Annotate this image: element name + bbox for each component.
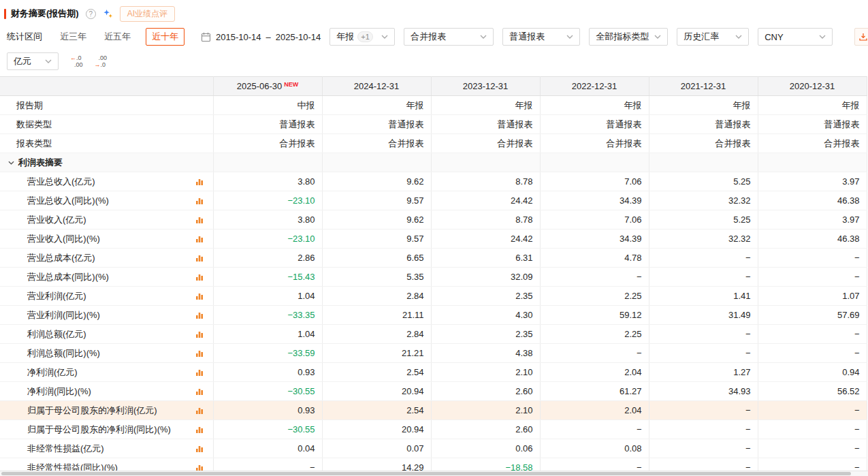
value-cell: 34.39 [540,191,649,210]
bar-chart-icon[interactable] [195,349,204,358]
column-header: 2023-12-31 [431,77,540,96]
help-icon[interactable]: ? [86,9,96,19]
stat-range-label: 统计区间 [7,31,42,43]
bar-chart-icon[interactable] [195,216,204,224]
data-row[interactable]: 营业收入(亿元)3.809.628.787.065.253.97 [0,210,867,229]
bar-chart-icon[interactable] [195,445,204,453]
value-cell: − [649,325,758,344]
horizontal-scrollbar[interactable] [0,471,868,476]
decimal-decrease-button[interactable]: ←.0 .00 [70,54,83,68]
value-cell: 0.08 [540,439,649,458]
bar-chart-icon[interactable] [195,387,204,396]
statement-kind-dropdown[interactable]: 普通报表 [502,28,580,46]
row-label: 营业总收入(同比)(%) [0,191,213,210]
empty-cell [431,153,540,172]
meta-row[interactable]: 报表类型合并报表合并报表合并报表合并报表合并报表合并报表 [0,134,867,153]
value-cell: −23.10 [213,191,322,210]
value-cell: 3.80 [213,210,322,229]
meta-row[interactable]: 报告期中报年报年报年报年报年报 [0,96,867,115]
empty-cell [758,153,867,172]
value-cell: 9.62 [322,210,431,229]
bar-chart-icon[interactable] [195,292,204,300]
value-cell: 合并报表 [540,134,649,153]
decimal-increase-button[interactable]: .00 →.0 [95,54,108,68]
value-cell: −23.10 [213,229,322,249]
value-cell: 9.62 [322,172,431,191]
value-cell: − [758,325,867,344]
bar-chart-icon[interactable] [195,254,204,262]
scrollbar-thumb[interactable] [1,472,851,475]
value-cell: 0.07 [322,439,431,458]
value-cell: 57.69 [758,306,867,325]
value-cell: 6.65 [322,249,431,268]
value-cell: − [649,249,758,268]
bar-chart-icon[interactable] [195,330,204,338]
unit-dropdown[interactable]: 亿元 [7,52,59,70]
value-cell: 2.04 [540,363,649,382]
data-row[interactable]: 营业利润(亿元)1.042.842.352.251.411.07 [0,287,867,306]
value-cell: 32.32 [649,229,758,249]
data-row[interactable]: 营业总收入(同比)(%)−23.109.5724.4234.3932.3246.… [0,191,867,210]
value-cell: 普通报表 [649,115,758,134]
bar-chart-icon[interactable] [195,311,204,319]
value-cell: −30.55 [213,420,322,439]
page-title: 财务摘要(报告期) [11,7,79,20]
row-label: 营业总收入(亿元) [0,172,213,191]
meta-row[interactable]: 数据类型普通报表普通报表普通报表普通报表普通报表普通报表 [0,115,867,134]
data-row[interactable]: 净利润(亿元)0.932.542.102.041.270.94 [0,363,867,382]
value-cell: 0.93 [213,363,322,382]
indicator-type-dropdown[interactable]: 全部指标类型 [589,28,668,46]
toolbar: 统计区间 近三年 近五年 近十年 2015-10-14 – 2025-10-14… [0,27,868,46]
value-cell: 普通报表 [540,115,649,134]
data-row[interactable]: 营业总收入(亿元)3.809.628.787.065.253.97 [0,172,867,191]
bar-chart-icon[interactable] [195,235,204,243]
section-row[interactable]: 利润表摘要 [0,153,867,172]
value-cell: − [758,268,867,287]
collapse-chevron-icon[interactable] [8,157,14,167]
left-arrow-icon: ← [70,54,76,61]
bar-chart-icon[interactable] [195,178,204,186]
financial-summary-app: { "header": { "title": "财务摘要(报告期)", "hel… [0,0,868,476]
bar-chart-icon[interactable] [195,407,204,415]
data-row[interactable]: 归属于母公司股东的净利润(亿元)0.932.542.102.04−− [0,401,867,420]
value-cell: 9.57 [322,229,431,249]
data-row[interactable]: 营业总成本(同比)(%)−15.435.3532.09−−− [0,268,867,287]
value-cell: 合并报表 [431,134,540,153]
dropdown-value: 合并报表 [411,31,446,43]
data-row[interactable]: 营业利润(同比)(%)−33.3521.114.3059.1231.4957.6… [0,306,867,325]
value-cell: 年报 [431,96,540,115]
export-icon[interactable] [854,28,868,46]
date-range-picker[interactable]: 2015-10-14 – 2025-10-14 [201,32,321,42]
ai-review-button[interactable]: AI业绩点评 [120,6,175,22]
range-option-3y[interactable]: 近三年 [60,31,86,43]
value-cell: −33.35 [213,306,322,325]
value-cell: 7.06 [540,172,649,191]
data-row[interactable]: 营业收入(同比)(%)−23.109.5724.4234.3932.3246.3… [0,229,867,249]
value-cell: 4.30 [431,306,540,325]
bar-chart-icon[interactable] [195,197,204,205]
data-row[interactable]: 利润总额(同比)(%)−33.5921.214.38−−− [0,344,867,363]
range-option-5y[interactable]: 近五年 [104,31,131,43]
exchange-rate-dropdown[interactable]: 历史汇率 [677,28,749,46]
data-row[interactable]: 净利润(同比)(%)−30.5520.942.6061.2734.9356.52 [0,382,867,401]
statement-scope-dropdown[interactable]: 合并报表 [404,28,494,46]
data-row[interactable]: 归属于母公司股东的净利润(同比)(%)−30.5520.942.60−−− [0,420,867,439]
bar-chart-icon[interactable] [195,368,204,377]
value-cell: 2.10 [431,363,540,382]
value-cell: 0.94 [758,363,867,382]
data-row[interactable]: 营业总成本(亿元)2.866.656.314.78−− [0,249,867,268]
empty-cell [213,153,322,172]
value-cell: − [649,401,758,420]
bar-chart-icon[interactable] [195,273,204,281]
bar-chart-icon[interactable] [195,426,204,434]
data-row[interactable]: 非经常性损益(亿元)0.040.070.060.08−− [0,439,867,458]
row-label: 报告期 [0,96,213,115]
currency-dropdown[interactable]: CNY [758,28,833,46]
data-row[interactable]: 利润总额(亿元)1.042.842.352.25−− [0,325,867,344]
value-cell: 4.78 [540,249,649,268]
report-period-dropdown[interactable]: 年报 +1 [329,28,395,46]
ai-assistant-icon[interactable] [103,9,113,19]
range-option-10y[interactable]: 近十年 [146,28,184,46]
value-cell: 合并报表 [322,134,431,153]
value-cell: 1.04 [213,325,322,344]
